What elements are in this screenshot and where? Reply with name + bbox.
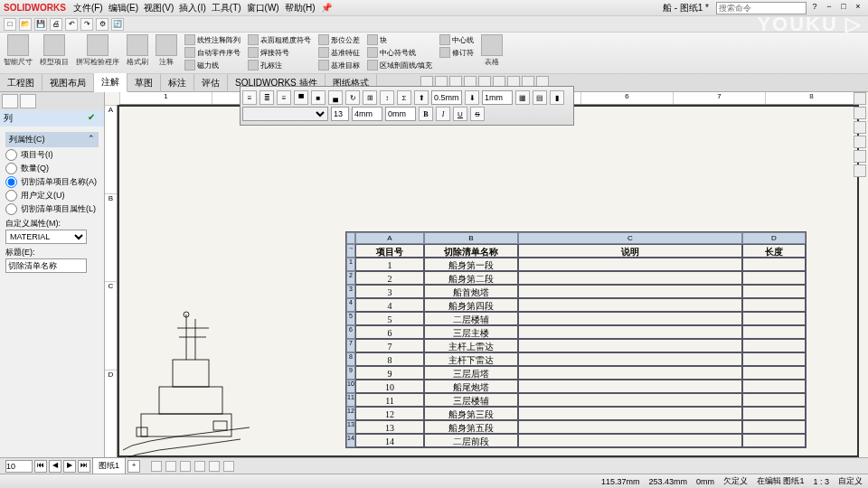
bom-cell-desc[interactable]	[518, 407, 742, 420]
menu-insert[interactable]: 插入(I)	[179, 2, 205, 14]
thickness-val[interactable]	[431, 90, 462, 105]
status-scale[interactable]: 1 : 3	[813, 477, 829, 486]
custom-props-icon[interactable]	[854, 164, 866, 177]
bom-cell-len[interactable]	[742, 393, 806, 407]
valign-top-icon[interactable]: ▀	[294, 90, 308, 105]
bom-cell-item[interactable]: 4	[355, 298, 424, 312]
bom-cell-len[interactable]	[742, 271, 806, 285]
ribbon-datum[interactable]: 基准特征	[318, 47, 360, 58]
bom-header-name[interactable]: 切除清单名称	[424, 244, 518, 258]
bom-table[interactable]: A B C D → 项目号 切除清单名称 说明 长度 1 1 船身第一段 2 2…	[345, 231, 807, 448]
prop-section-title[interactable]: 列属性(C) ⌃	[5, 132, 99, 147]
bom-cell-desc[interactable]	[518, 271, 742, 285]
bom-cell-item[interactable]: 8	[355, 352, 424, 366]
bom-cell-len[interactable]	[742, 352, 806, 366]
bom-cell-len[interactable]	[742, 434, 806, 447]
bom-cell-name[interactable]: 三层主楼	[424, 325, 518, 339]
ribbon-linear-pattern[interactable]: 线性注释阵列	[184, 34, 241, 45]
menu-window[interactable]: 窗口(W)	[247, 2, 279, 14]
appearances-icon[interactable]	[854, 150, 866, 163]
bom-cell-len[interactable]	[742, 407, 806, 420]
ok-icon[interactable]: ✔	[88, 112, 100, 125]
bom-cell-item[interactable]: 10	[355, 380, 424, 393]
ribbon-tables[interactable]: 表格	[481, 34, 503, 67]
merge-icon[interactable]: ⊞	[363, 90, 377, 105]
bom-cell-item[interactable]: 13	[355, 420, 424, 434]
thickness-up-icon[interactable]: ⬆	[414, 90, 429, 105]
tab-drawing[interactable]: 工程图	[0, 74, 42, 92]
table-row[interactable]: 9 9 三层后塔	[346, 366, 806, 380]
bom-cell-name[interactable]: 船身第三段	[424, 407, 518, 420]
search-input[interactable]	[716, 2, 807, 14]
radio-user-def[interactable]: 用户定义(U)	[5, 190, 99, 202]
bom-cell-name[interactable]: 船身第一段	[424, 258, 518, 271]
bom-cell-item[interactable]: 7	[355, 339, 424, 352]
ribbon-weld[interactable]: 焊接符号	[248, 47, 311, 58]
row-height-input[interactable]	[352, 107, 382, 121]
undo-icon[interactable]: ↶	[65, 18, 78, 31]
drawing-canvas[interactable]: 12345678 ABCD	[105, 92, 868, 457]
strike-icon[interactable]: S	[470, 107, 485, 121]
ribbon-surface-finish[interactable]: 表面粗糙度符号	[248, 34, 311, 45]
bom-cell-desc[interactable]	[518, 298, 742, 312]
bom-cell-item[interactable]: 1	[355, 258, 424, 271]
bom-cell-desc[interactable]	[518, 325, 742, 339]
ribbon-magnetic[interactable]: 磁力线	[184, 60, 241, 70]
ribbon-centerline[interactable]: 中心线	[439, 34, 474, 45]
bom-cell-name[interactable]: 二层前段	[424, 434, 518, 447]
tab-annotation[interactable]: 注解	[94, 73, 127, 92]
bom-cell-name[interactable]: 二层楼辅	[424, 312, 518, 325]
last-sheet-icon[interactable]: ⏭	[78, 460, 90, 473]
radio-qty[interactable]: 数量(Q)	[5, 163, 99, 174]
bom-cell-name[interactable]: 船首炮塔	[424, 285, 518, 298]
ribbon-block[interactable]: 块	[367, 34, 432, 45]
save-icon[interactable]: 💾	[34, 18, 47, 31]
thickness-down-icon[interactable]: ⬇	[465, 90, 479, 105]
bom-cell-desc[interactable]	[518, 366, 742, 380]
equation-icon[interactable]: Σ	[397, 90, 411, 105]
bom-cell-item[interactable]: 2	[355, 271, 424, 285]
fm-tab-icon[interactable]	[2, 94, 18, 108]
restore-icon[interactable]: □	[837, 2, 850, 14]
first-sheet-icon[interactable]: ⏮	[34, 460, 47, 473]
bom-cell-item[interactable]: 14	[355, 434, 424, 447]
table-row[interactable]: 13 13 船身第五段	[346, 420, 806, 434]
grid-icon[interactable]: ▦	[515, 90, 530, 105]
bom-header-row[interactable]: → 项目号 切除清单名称 说明 长度	[346, 244, 806, 258]
bom-cell-desc[interactable]	[518, 285, 742, 298]
collapse-icon[interactable]: ⌃	[88, 134, 95, 145]
table-row[interactable]: 3 3 船首炮塔	[346, 285, 806, 298]
bot-icon[interactable]	[151, 461, 162, 472]
menu-pin-icon[interactable]: 📌	[321, 3, 332, 13]
zoom-select[interactable]	[5, 460, 33, 473]
ribbon-centermark[interactable]: 中心符号线	[367, 47, 432, 58]
bom-cell-name[interactable]: 主杆下雷达	[424, 352, 518, 366]
ribbon-hatch[interactable]: 区域剖面线/填充	[367, 60, 432, 70]
options-icon[interactable]: ⚙	[96, 18, 108, 31]
valign-bot-icon[interactable]: ▄	[328, 90, 343, 105]
bom-cell-item[interactable]: 6	[355, 325, 424, 339]
align-left-icon[interactable]: ≡	[242, 90, 257, 105]
bom-cell-item[interactable]: 11	[355, 393, 424, 407]
minimize-icon[interactable]: −	[823, 2, 835, 14]
bom-cell-name[interactable]: 船身第四段	[424, 298, 518, 312]
ribbon-auto-balloon[interactable]: 自动零件序号	[184, 47, 241, 58]
bom-cell-len[interactable]	[742, 325, 806, 339]
bom-cell-len[interactable]	[742, 339, 806, 352]
file-explorer-icon[interactable]	[854, 121, 866, 134]
bom-cell-desc[interactable]	[518, 434, 742, 447]
table-row[interactable]: 1 1 船身第一段	[346, 258, 806, 271]
ribbon-spell[interactable]: 拼写检验程序	[76, 34, 119, 67]
bom-header-desc[interactable]: 说明	[518, 244, 742, 258]
bom-cell-len[interactable]	[742, 258, 806, 271]
table-row[interactable]: 5 5 二层楼辅	[346, 312, 806, 325]
bom-cell-len[interactable]	[742, 380, 806, 393]
align-right-icon[interactable]: ≡	[277, 90, 291, 105]
bom-cell-name[interactable]: 船身第二段	[424, 271, 518, 285]
spacing-val[interactable]	[482, 90, 513, 105]
status-custom[interactable]: 自定义	[838, 475, 863, 487]
font-select[interactable]	[242, 107, 328, 121]
bot-icon[interactable]	[194, 461, 205, 472]
bom-cell-item[interactable]: 9	[355, 366, 424, 380]
font-size-input[interactable]	[331, 107, 349, 121]
